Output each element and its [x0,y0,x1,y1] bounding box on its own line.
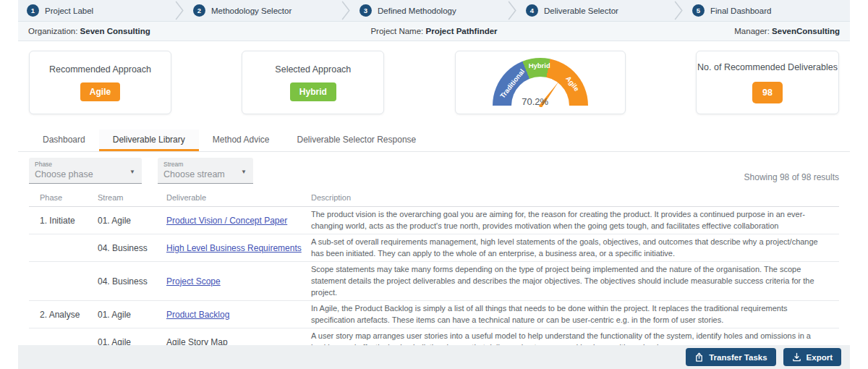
transfer-tasks-button[interactable]: Transfer Tasks [686,348,775,366]
deliverables-table: Phase Stream Deliverable Description 1. … [18,184,850,345]
tab-method-advice[interactable]: Method Advice [199,130,284,151]
manager-value: SevenConsulting [772,27,840,35]
transfer-tasks-icon [694,352,704,362]
deliverable-count-card: No. of Recommended Deliverables 98 [696,51,839,114]
chevron-separator-icon [507,0,517,21]
step-number-badge: 4 [526,4,538,17]
step-label: Deliverable Selector [544,7,618,15]
recommended-approach-card: Recommended Approach Agile [29,51,171,114]
organization-value: Seven Consulting [80,27,150,35]
column-header-description: Description [311,193,839,202]
step-label: Defined Methodology [378,7,456,15]
export-button[interactable]: Export [783,348,841,366]
table-row: 04. Business High Level Business Require… [29,234,839,262]
deliverable-link[interactable]: High Level Business Requirements [166,243,302,253]
table-row: 04. Business Project Scope Scope stateme… [29,262,839,301]
cell-description: Scope statements may take many forms dep… [311,264,839,298]
recommended-approach-badge: Agile [80,82,120,101]
cell-stream: 01. Agile [98,216,166,226]
step-label: Final Dashboard [710,7,771,15]
transfer-tasks-label: Transfer Tasks [709,353,767,362]
gauge-value: 70.2% [493,96,578,107]
table-row: 01. Agile Agile Story Map A user story m… [29,328,839,345]
tab-deliverable-library[interactable]: Deliverable Library [99,130,199,151]
chevron-down-icon: ▼ [129,169,135,175]
app-container: 1 Project Label 2 Methodology Selector 3… [18,0,850,369]
step-number-badge: 3 [359,4,372,17]
chevron-separator-icon [341,0,351,21]
chevron-separator-icon [174,0,184,21]
methodology-gauge-card: Traditional Hybrid Agile 70.2% [455,51,626,114]
cell-description: A sub-set of overall requirements manage… [311,237,839,259]
stream-select-label: Stream [163,161,247,168]
step-number-badge: 2 [193,4,205,17]
chevron-down-icon: ▼ [241,169,247,175]
cell-description: In Agile, the Product Backlog is simply … [311,303,839,326]
tab-dashboard[interactable]: Dashboard [29,130,99,151]
selected-approach-card: Selected Approach Hybrid [242,51,384,114]
step-project-label[interactable]: 1 Project Label [18,0,184,21]
organization-info: Organization: Seven Consulting [28,27,299,35]
stream-select[interactable]: Stream Choose stream ▼ [158,158,253,184]
content-tabs: Dashboard Deliverable Library Method Adv… [18,130,850,152]
cell-description: A user story map arranges user stories i… [311,331,839,345]
step-number-badge: 1 [27,4,39,17]
manager-info: Manager: SevenConsulting [569,27,840,35]
organization-label: Organization: [28,27,77,35]
export-label: Export [807,353,833,362]
wizard-stepper: 1 Project Label 2 Methodology Selector 3… [18,0,850,22]
summary-cards-row: Recommended Approach Agile Selected Appr… [18,41,850,116]
project-name-label: Project Name: [370,27,423,35]
phase-select[interactable]: Phase Choose phase ▼ [29,158,142,184]
results-count-text: Showing 98 of 98 results [744,172,839,184]
gauge-segment-label-hybrid: Hybrid [529,62,550,69]
cell-stream: 04. Business [98,243,166,253]
column-header-stream: Stream [98,193,166,202]
project-name-info: Project Name: Project Pathfinder [299,27,569,35]
step-final-dashboard[interactable]: 5 Final Dashboard [684,0,850,21]
selected-approach-title: Selected Approach [275,64,351,75]
selected-approach-badge: Hybrid [290,82,336,101]
deliverable-count-title: No. of Recommended Deliverables [697,62,838,72]
phase-select-value: Choose phase [35,169,136,179]
step-deliverable-selector[interactable]: 4 Deliverable Selector [517,0,684,21]
deliverable-count-badge: 98 [752,82,783,103]
methodology-gauge: Traditional Hybrid Agile 70.2% [493,58,588,107]
step-label: Methodology Selector [211,7,292,15]
step-methodology-selector[interactable]: 2 Methodology Selector [184,0,351,21]
table-header-row: Phase Stream Deliverable Description [29,188,839,207]
table-row: 1. Initiate 01. Agile Product Vision / C… [29,207,839,234]
cell-description: The product vision is the overarching go… [311,209,839,232]
deliverable-link[interactable]: Product Vision / Concept Paper [166,216,287,226]
cell-stream: 04. Business [98,276,166,287]
step-number-badge: 5 [692,4,705,17]
cell-stream: 01. Agile [98,310,166,320]
step-label: Project Label [45,7,93,15]
recommended-approach-title: Recommended Approach [49,64,151,75]
cell-deliverable: Agile Story Map [166,337,311,345]
column-header-deliverable: Deliverable [166,193,311,202]
cell-phase: 2. Analyse [40,310,98,320]
chevron-separator-icon [673,0,684,21]
project-name-value: Project Pathfinder [426,27,498,35]
filter-row: Phase Choose phase ▼ Stream Choose strea… [18,152,850,184]
download-icon [792,352,801,362]
tab-deliverable-selector-response[interactable]: Deliverable Selector Response [283,130,430,151]
cell-phase: 1. Initiate [40,216,98,226]
cell-stream: 01. Agile [98,337,166,345]
table-row: 2. Analyse 01. Agile Product Backlog In … [29,301,839,328]
deliverable-link[interactable]: Product Backlog [166,310,229,320]
phase-select-label: Phase [35,161,136,168]
footer-action-bar: Transfer Tasks Export [18,345,850,369]
deliverable-link[interactable]: Project Scope [166,276,221,287]
stream-select-value: Choose stream [163,169,247,179]
step-defined-methodology[interactable]: 3 Defined Methodology [351,0,517,21]
project-info-bar: Organization: Seven Consulting Project N… [18,22,850,41]
manager-label: Manager: [734,27,770,35]
column-header-phase: Phase [40,193,98,202]
